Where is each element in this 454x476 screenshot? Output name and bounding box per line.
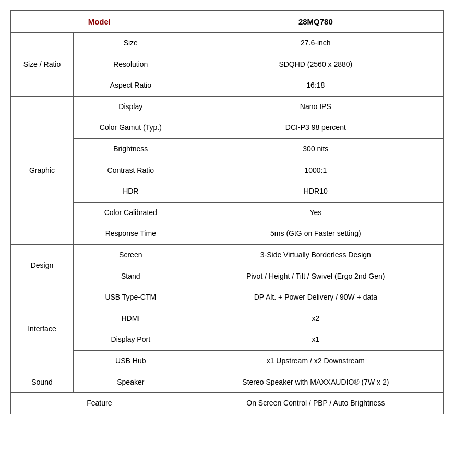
table-row: InterfaceUSB Type-CTMDP Alt. + Power Del… [11,287,444,308]
value-cell: x2 [188,308,443,329]
feature-cell: Aspect Ratio [73,75,188,97]
value-cell: x1 Upstream / x2 Downstream [188,350,443,372]
category-cell: Graphic [11,96,74,244]
feature-cell: Brightness [73,138,188,160]
table-row: Contrast Ratio1000:1 [11,160,444,181]
value-cell: SDQHD (2560 x 2880) [188,54,443,75]
bottom-feature-row: FeatureOn Screen Control / PBP / Auto Br… [11,393,444,414]
value-cell: HDR10 [188,181,443,203]
feature-cell: Display [73,96,188,117]
feature-cell: Resolution [73,54,188,75]
table-row: USB Hubx1 Upstream / x2 Downstream [11,350,444,372]
table-row: StandPivot / Height / Tilt / Swivel (Erg… [11,266,444,287]
table-row: SoundSpeakerStereo Speaker with MAXXAUDI… [11,372,444,393]
category-cell: Interface [11,287,74,372]
value-cell: Pivot / Height / Tilt / Swivel (Ergo 2nd… [188,266,443,287]
bottom-feature-label: Feature [11,393,188,414]
feature-cell: HDR [73,181,188,203]
feature-cell: Screen [73,244,188,266]
feature-cell: Stand [73,266,188,287]
value-cell: x1 [188,329,443,351]
category-cell: Sound [11,372,74,393]
feature-cell: Color Calibrated [73,202,188,223]
feature-cell: USB Hub [73,350,188,372]
header-row: Model 28MQ780 [11,11,444,33]
value-cell: 1000:1 [188,160,443,181]
table-row: Response Time5ms (GtG on Faster setting) [11,223,444,245]
model-header-value: 28MQ780 [188,11,443,33]
feature-cell: Speaker [73,372,188,393]
value-cell: Stereo Speaker with MAXXAUDIO® (7W x 2) [188,372,443,393]
value-cell: 27.6-inch [188,33,443,54]
value-cell: DP Alt. + Power Delivery / 90W + data [188,287,443,308]
feature-cell: Display Port [73,329,188,351]
category-cell: Design [11,244,74,287]
feature-cell: Size [73,33,188,54]
category-cell: Size / Ratio [11,33,74,97]
feature-cell: Contrast Ratio [73,160,188,181]
table-row: Color CalibratedYes [11,202,444,223]
value-cell: Yes [188,202,443,223]
feature-cell: HDMI [73,308,188,329]
table-row: GraphicDisplayNano IPS [11,96,444,117]
value-cell: 3-Side Virtually Borderless Design [188,244,443,266]
table-row: Aspect Ratio16:18 [11,75,444,97]
table-row: Brightness300 nits [11,138,444,160]
feature-cell: Response Time [73,223,188,245]
table-row: Display Portx1 [11,329,444,351]
value-cell: 300 nits [188,138,443,160]
bottom-feature-value: On Screen Control / PBP / Auto Brightnes… [188,393,443,414]
value-cell: 5ms (GtG on Faster setting) [188,223,443,245]
model-header-label: Model [11,11,188,33]
table-row: DesignScreen3-Side Virtually Borderless … [11,244,444,266]
feature-cell: Color Gamut (Typ.) [73,117,188,139]
value-cell: Nano IPS [188,96,443,117]
table-row: ResolutionSDQHD (2560 x 2880) [11,54,444,75]
table-row: HDMIx2 [11,308,444,329]
table-row: Color Gamut (Typ.)DCI-P3 98 percent [11,117,444,139]
value-cell: DCI-P3 98 percent [188,117,443,139]
value-cell: 16:18 [188,75,443,97]
table-row: Size / RatioSize27.6-inch [11,33,444,54]
spec-table: Model 28MQ780 Size / RatioSize27.6-inchR… [10,10,444,414]
table-row: HDRHDR10 [11,181,444,203]
feature-cell: USB Type-CTM [73,287,188,308]
